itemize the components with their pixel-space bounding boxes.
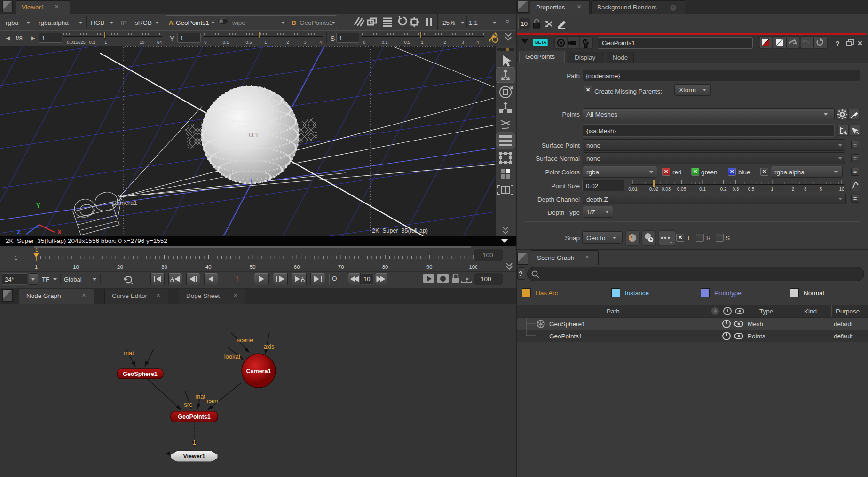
points-dropdown[interactable] — [583, 108, 835, 120]
isa-field[interactable] — [583, 124, 835, 137]
point-size-label: Point Size — [517, 182, 580, 189]
point-size-slider: 0.010.020.030.050.10.20.30.5123510 — [627, 179, 848, 192]
legend-swatch-1 — [611, 288, 620, 297]
status-dropdown-icon[interactable] — [501, 239, 508, 243]
wipe-knob[interactable] — [219, 19, 223, 23]
sg-help-label: ? — [519, 270, 523, 277]
sn-expr-button[interactable]: = — [851, 154, 859, 162]
dc-expr-button[interactable]: = — [851, 195, 859, 203]
surface-point-dropdown[interactable] — [583, 139, 845, 151]
sp-expr-button[interactable]: = — [851, 141, 859, 149]
a-arrow-icon[interactable] — [211, 22, 215, 24]
alpha-arrow-icon[interactable] — [79, 22, 83, 24]
goto-end-button[interactable] — [310, 273, 325, 285]
gain-slider-marker[interactable] — [104, 32, 106, 39]
tf-dropdown[interactable]: TF — [42, 276, 49, 283]
gain-next-icon[interactable]: ▶ — [31, 35, 35, 41]
wipe-arrow-icon[interactable] — [281, 22, 285, 24]
legend-swatch-3 — [790, 288, 799, 297]
dag-tab-close-0[interactable]: ✕ — [82, 292, 86, 298]
channels-dropdown[interactable]: rgba — [6, 19, 18, 26]
snap-r-checkbox[interactable] — [696, 234, 704, 242]
panel-close-button[interactable]: ✕ — [857, 39, 863, 47]
tab-properties-label: Properties — [536, 4, 565, 11]
tab-properties-close[interactable]: ✕ — [577, 4, 581, 10]
wipe-dropdown[interactable]: wipe — [232, 19, 245, 26]
viewer-toolbar-more-icon[interactable]: » — [504, 19, 512, 23]
gamma-slider-track[interactable] — [204, 36, 323, 37]
green-checkbox[interactable]: ✕ — [691, 168, 699, 176]
svg-text:30: 30 — [161, 264, 167, 270]
sg-row-type-1: Points — [748, 333, 765, 340]
jump-back-button[interactable] — [348, 273, 361, 285]
legend-label-0: Has Arc — [536, 289, 558, 297]
tab-scenegraph-close[interactable]: ✕ — [585, 254, 589, 260]
tab-bgrenders-close[interactable]: ✕ — [670, 5, 676, 11]
tab-viewer1-close-icon[interactable]: ✕ — [55, 4, 59, 10]
sg-search-input[interactable] — [527, 267, 864, 281]
zoom-dropdown[interactable]: 25% — [442, 19, 455, 26]
b-input-dropdown[interactable]: GeoPoints1 — [300, 19, 333, 26]
col-kind[interactable]: Kind — [804, 308, 817, 315]
proxy-dropdown[interactable]: 1:1 — [469, 19, 478, 26]
snap-s-checkbox[interactable] — [716, 234, 724, 242]
timeline-left-label: 1 — [14, 254, 17, 261]
path-field[interactable] — [583, 70, 860, 81]
pc-expr-button[interactable]: = — [851, 168, 859, 176]
dag-tab-close-1[interactable]: ✕ — [156, 292, 160, 298]
col-path[interactable]: Path — [607, 308, 620, 315]
svg-text:20: 20 — [117, 264, 123, 270]
props-pane-icon[interactable] — [517, 1, 528, 13]
toolstrip-icons — [495, 46, 516, 236]
b-arrow-icon[interactable] — [331, 22, 335, 24]
prev-keyframe-button[interactable] — [168, 273, 182, 285]
lut-dropdown[interactable]: sRGB — [135, 19, 152, 26]
gain-prev-icon[interactable]: ◀ — [6, 35, 10, 41]
next-keyframe-button[interactable] — [292, 273, 307, 285]
goto-start-button[interactable] — [150, 273, 165, 285]
node-expander-icon[interactable] — [521, 39, 528, 44]
svg-text:0.02: 0.02 — [649, 187, 659, 192]
blue-checkbox[interactable]: ✕ — [728, 168, 736, 176]
s-slider-tick-label: 0.5 — [404, 39, 410, 45]
sg-pane-icon[interactable] — [517, 253, 528, 265]
timeline-more-icon — [505, 262, 513, 271]
col-type[interactable]: Type — [759, 308, 773, 315]
alpha-checkbox[interactable]: ✕ — [760, 168, 768, 176]
s-slider-marker[interactable] — [420, 32, 422, 39]
jump-forward-button[interactable] — [375, 273, 387, 285]
red-label: red — [672, 169, 682, 176]
gamma-slider-marker[interactable] — [259, 32, 260, 39]
gain-slider-track[interactable] — [63, 36, 162, 37]
display-arrow-icon[interactable] — [110, 22, 113, 24]
cmp-checkbox[interactable]: ✕ — [584, 86, 592, 94]
svg-text:0.3: 0.3 — [733, 187, 739, 192]
s-slider-track[interactable] — [362, 36, 484, 37]
depth-channel-dropdown[interactable] — [583, 193, 846, 204]
sep — [166, 32, 166, 43]
views-dropdown[interactable]: Global — [64, 276, 82, 283]
dag-tab-close-2[interactable]: ✕ — [233, 292, 237, 298]
svg-text:100: 100 — [469, 264, 477, 270]
surface-normal-dropdown[interactable] — [583, 152, 845, 164]
play-backward-button[interactable] — [204, 273, 218, 285]
red-checkbox[interactable]: ✕ — [662, 168, 670, 176]
pane-icon[interactable] — [2, 1, 13, 12]
col-purpose[interactable]: Purpose — [836, 308, 860, 315]
step-back-button[interactable] — [186, 273, 200, 285]
zoom-arrow-icon[interactable] — [461, 22, 465, 24]
channels-arrow-icon[interactable] — [26, 22, 30, 24]
display-dropdown[interactable]: RGB — [91, 19, 104, 26]
proxy-arrow-icon[interactable] — [493, 22, 497, 24]
a-input-dropdown[interactable]: GeoPoints1 — [176, 19, 209, 26]
step-forward-button[interactable] — [273, 273, 288, 285]
goto-start-button-icon — [151, 273, 164, 285]
snap-t-checkbox[interactable]: ✕ — [676, 234, 684, 242]
help-button[interactable]: ? — [836, 40, 840, 47]
play-forward-button[interactable] — [254, 273, 269, 285]
svg-text:0.1: 0.1 — [699, 187, 706, 192]
ip-toggle[interactable]: IP — [121, 19, 127, 26]
lut-arrow-icon[interactable] — [155, 22, 159, 24]
dag-pane-icon[interactable] — [2, 289, 13, 302]
alpha-dropdown[interactable]: rgba.alpha — [39, 19, 69, 26]
